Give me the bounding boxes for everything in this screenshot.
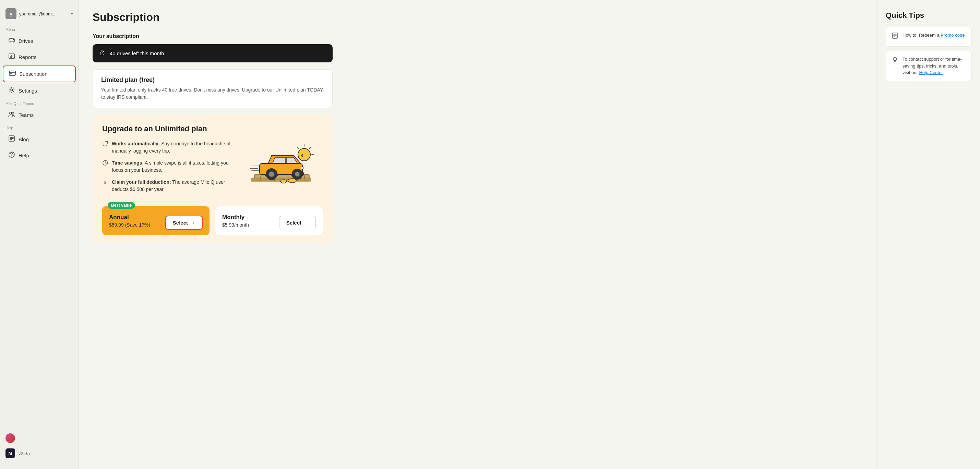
monthly-label: Monthly bbox=[222, 214, 275, 221]
sidebar-item-help-label: Help bbox=[19, 153, 29, 158]
chevron-down-icon: ▾ bbox=[71, 12, 73, 16]
settings-icon bbox=[8, 86, 15, 95]
version-label: v2.0.7 bbox=[19, 451, 30, 456]
svg-line-30 bbox=[309, 147, 311, 149]
feature-item-deduction: $ Claim your full deduction: The average… bbox=[102, 179, 232, 193]
clock-icon: ⏱ bbox=[99, 50, 106, 57]
svg-point-34 bbox=[280, 180, 287, 183]
mileiq-logo: M bbox=[5, 448, 15, 458]
sidebar-item-reports[interactable]: Reports bbox=[3, 49, 76, 65]
svg-point-39 bbox=[893, 57, 897, 61]
svg-text:$: $ bbox=[104, 180, 106, 185]
annual-select-label: Select bbox=[173, 220, 188, 226]
user-email: youremail@dom... bbox=[19, 11, 68, 16]
sidebar-item-subscription[interactable]: Subscription bbox=[3, 65, 76, 82]
svg-point-1 bbox=[10, 41, 11, 43]
promo-code-link[interactable]: Promo code bbox=[940, 33, 964, 38]
sidebar-item-drives[interactable]: Drives bbox=[3, 33, 76, 49]
sidebar-item-teams[interactable]: Teams bbox=[3, 107, 76, 123]
monthly-select-label: Select bbox=[286, 220, 301, 226]
svg-point-27 bbox=[298, 148, 310, 161]
limited-plan-card: Limited plan (free) Your limited plan on… bbox=[92, 69, 332, 108]
svg-point-26 bbox=[295, 172, 300, 176]
sidebar-item-teams-label: Teams bbox=[19, 112, 33, 118]
svg-point-7 bbox=[10, 112, 12, 114]
monthly-price: $5.99/month bbox=[222, 222, 275, 227]
menu-section-label: Menu bbox=[0, 25, 78, 33]
monthly-select-button[interactable]: Select → bbox=[279, 216, 316, 229]
teams-icon bbox=[8, 111, 15, 119]
help-center-link[interactable]: Help Center bbox=[919, 70, 943, 75]
sidebar-item-reports-label: Reports bbox=[19, 54, 37, 60]
annual-pricing-info: Annual $59.99 (Save 17%) bbox=[109, 214, 161, 227]
drives-icon bbox=[8, 37, 15, 45]
user-menu[interactable]: y youremail@dom... ▾ bbox=[0, 5, 78, 25]
book-icon bbox=[891, 32, 898, 41]
svg-point-24 bbox=[269, 172, 274, 177]
annual-pricing-card: Best value Annual $59.99 (Save 17%) Sele… bbox=[102, 206, 210, 235]
feature-item-time: Time savings: A simple swipe is all it t… bbox=[102, 159, 232, 174]
profile-avatar bbox=[5, 433, 15, 443]
sidebar-item-blog[interactable]: Blog bbox=[3, 132, 76, 147]
sidebar-item-subscription-label: Subscription bbox=[19, 71, 48, 77]
svg-point-33 bbox=[288, 179, 296, 183]
svg-text:¢: ¢ bbox=[301, 153, 304, 158]
upgrade-title: Upgrade to an Unlimited plan bbox=[102, 124, 323, 134]
svg-rect-22 bbox=[301, 167, 304, 169]
tip-promo-code: How to: Redeem a Promo code bbox=[886, 27, 972, 47]
quick-tips-title: Quick Tips bbox=[886, 11, 972, 20]
sidebar-item-blog-label: Blog bbox=[19, 137, 29, 142]
svg-point-2 bbox=[13, 41, 14, 43]
upgrade-content: Works automatically: Say goodbye to the … bbox=[102, 140, 323, 198]
sidebar-item-settings[interactable]: Settings bbox=[3, 83, 76, 99]
sidebar-item-settings-label: Settings bbox=[19, 88, 37, 94]
page-title: Subscription bbox=[92, 11, 864, 24]
car-illustration: ¢ bbox=[241, 140, 323, 188]
plan-description: Your limited plan only tracks 40 free dr… bbox=[101, 86, 324, 101]
sidebar: y youremail@dom... ▾ Menu Drives Reports… bbox=[0, 0, 79, 469]
annual-select-arrow: → bbox=[190, 220, 195, 226]
auto-icon bbox=[102, 141, 108, 154]
monthly-pricing-info: Monthly $5.99/month bbox=[222, 214, 275, 227]
best-value-badge: Best value bbox=[108, 202, 135, 209]
tip-help-center: To contact support or for time-saving ti… bbox=[886, 51, 972, 81]
monthly-pricing-card: Monthly $5.99/month Select → bbox=[215, 206, 323, 235]
feature-time-text: Time savings: A simple swipe is all it t… bbox=[112, 159, 232, 174]
pricing-options: Best value Annual $59.99 (Save 17%) Sele… bbox=[102, 206, 323, 235]
subscription-section: Your subscription ⏱ 40 drives left this … bbox=[92, 33, 332, 243]
svg-line-31 bbox=[297, 147, 299, 149]
right-panel: Quick Tips How to: Redeem a Promo code T… bbox=[877, 0, 980, 469]
app-version-item: M v2.0.7 bbox=[0, 446, 78, 461]
svg-point-8 bbox=[12, 113, 14, 114]
lightbulb-icon bbox=[891, 56, 898, 65]
monthly-pricing-row: Monthly $5.99/month Select → bbox=[222, 212, 316, 229]
tip-help-text: To contact support or for time-saving ti… bbox=[902, 56, 966, 76]
time-icon bbox=[102, 160, 108, 174]
reports-icon bbox=[8, 53, 15, 61]
annual-label: Annual bbox=[109, 214, 161, 221]
sidebar-item-help[interactable]: Help bbox=[3, 148, 76, 163]
drives-remaining-bar: ⏱ 40 drives left this month bbox=[92, 44, 332, 62]
teams-section-label: MileIQ for Teams bbox=[0, 99, 78, 107]
dollar-icon: $ bbox=[102, 179, 108, 193]
help-section-label: Help bbox=[0, 123, 78, 131]
sidebar-item-drives-label: Drives bbox=[19, 38, 33, 44]
plan-name: Limited plan (free) bbox=[101, 76, 324, 84]
svg-rect-4 bbox=[9, 71, 16, 75]
svg-rect-5 bbox=[10, 73, 12, 74]
feature-auto-text: Works automatically: Say goodbye to the … bbox=[112, 140, 232, 154]
annual-select-button[interactable]: Select → bbox=[165, 216, 203, 230]
user-profile-item[interactable] bbox=[0, 431, 78, 446]
drives-remaining-text: 40 drives left this month bbox=[110, 50, 164, 56]
svg-point-6 bbox=[11, 89, 13, 91]
annual-price: $59.99 (Save 17%) bbox=[109, 222, 161, 227]
subscription-icon bbox=[9, 70, 16, 78]
annual-pricing-row: Annual $59.99 (Save 17%) Select → bbox=[109, 211, 203, 230]
upgrade-card: Upgrade to an Unlimited plan Works autom… bbox=[92, 115, 332, 243]
help-icon bbox=[8, 151, 15, 160]
feature-deduction-text: Claim your full deduction: The average M… bbox=[112, 179, 232, 193]
blog-icon bbox=[8, 135, 15, 144]
user-avatar: y bbox=[5, 8, 16, 19]
upgrade-features: Works automatically: Say goodbye to the … bbox=[102, 140, 232, 198]
feature-item-auto: Works automatically: Say goodbye to the … bbox=[102, 140, 232, 154]
